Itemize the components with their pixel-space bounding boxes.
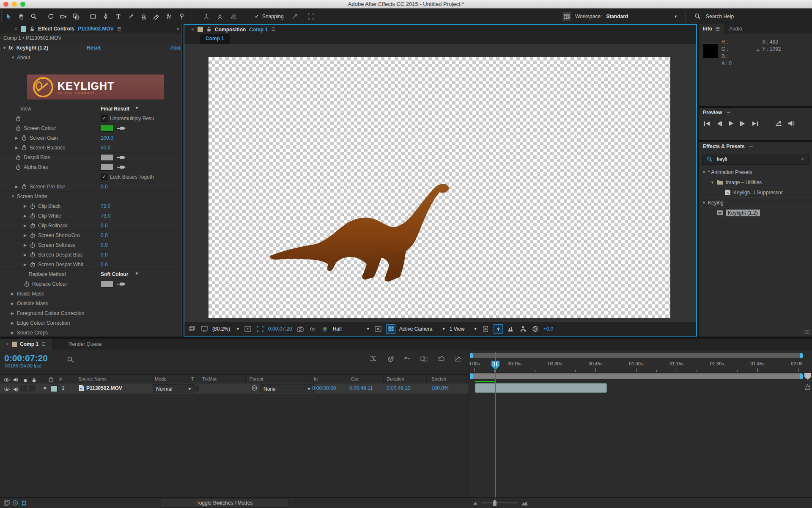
about-link[interactable]: Abou	[170, 45, 182, 51]
layer-out-value[interactable]: 0:00:49:11	[349, 385, 373, 391]
zoom-slider-handle[interactable]	[493, 500, 497, 506]
workspace-select[interactable]: Standard	[606, 14, 669, 19]
work-area-bar[interactable]	[470, 373, 803, 379]
clear-search-icon[interactable]: ×	[801, 156, 804, 162]
resize-grip-icon[interactable]	[804, 329, 810, 335]
layer-duration-bar[interactable]	[475, 383, 607, 393]
work-area-end-handle[interactable]	[800, 373, 803, 379]
shape-tool[interactable]	[87, 11, 99, 22]
show-channel-icon[interactable]	[321, 325, 329, 333]
play-button[interactable]	[728, 121, 734, 126]
next-frame-button[interactable]	[740, 121, 746, 126]
in-out-columns-icon[interactable]	[11, 499, 19, 507]
render-time-columns-icon[interactable]	[19, 499, 28, 507]
clone-stamp-tool[interactable]	[137, 11, 150, 22]
camera-tool[interactable]	[57, 11, 70, 22]
layer-stretch-value[interactable]: 100.0%	[431, 385, 449, 391]
type-tool[interactable]: T	[112, 11, 125, 22]
layer-duration-value[interactable]: 0:00:49:12	[387, 385, 411, 391]
panel-close-icon[interactable]: ×	[191, 27, 194, 33]
param-group-source-crops[interactable]: ▶Source Crops	[0, 328, 181, 337]
rotation-tool[interactable]	[44, 11, 57, 22]
share-view-icon[interactable]	[481, 325, 490, 333]
column-header--[interactable]: #	[59, 376, 62, 381]
parent-select[interactable]: None▼	[261, 384, 314, 393]
column-header-mode[interactable]: Mode	[155, 376, 167, 381]
panel-menu-icon[interactable]: ☰	[716, 26, 720, 32]
exposure-value[interactable]: +0.0	[543, 326, 554, 332]
composition-viewport[interactable]	[208, 57, 670, 318]
view-axis-mode-icon[interactable]	[229, 12, 238, 21]
param-row-clip-black[interactable]: ▶Clip Black72.0	[0, 202, 181, 211]
zoom-slider[interactable]	[481, 500, 518, 506]
adjust-exposure-icon[interactable]	[494, 324, 503, 334]
audio-mute-icon[interactable]	[788, 121, 795, 126]
timeline-tab-render-queue[interactable]: Render Queue	[52, 341, 119, 347]
parent-pickwhip-icon[interactable]	[251, 385, 258, 391]
panel-title[interactable]: Effect Controls	[38, 26, 74, 32]
column-header-trkmat[interactable]: TrkMat	[202, 376, 217, 381]
puppet-pin-tool[interactable]	[176, 11, 188, 22]
column-header-in[interactable]: In	[314, 376, 318, 381]
pixel-aspect-icon[interactable]	[519, 325, 527, 333]
param-row-unpremultiply-resu[interactable]: ✓Unpremultiply Resu	[0, 114, 181, 124]
loop-toggle-icon[interactable]	[775, 121, 782, 126]
hide-shy-layers-icon[interactable]	[403, 356, 411, 362]
panel-menu-icon[interactable]: ☰	[749, 144, 753, 149]
current-time-indicator-line[interactable]	[495, 352, 496, 498]
panel-menu-icon[interactable]: ☰	[726, 110, 730, 116]
comp-marker-bin-icon[interactable]	[804, 373, 811, 380]
tree-item-keying[interactable]: ▼Keying	[699, 198, 812, 208]
column-header-duration[interactable]: Duration	[387, 376, 404, 381]
snap-angle-icon[interactable]	[291, 12, 299, 21]
layer-eye-toggle[interactable]	[3, 385, 11, 393]
blend-mode-select[interactable]: Normal▼	[153, 384, 195, 393]
view-layout-select[interactable]: 1 View▼	[450, 326, 477, 332]
histogram-icon[interactable]	[507, 325, 515, 333]
pen-tool[interactable]	[99, 11, 112, 22]
param-row-despill-bias[interactable]: Despill Bias	[0, 153, 181, 163]
draft-3d-icon[interactable]	[387, 356, 394, 362]
column-header-t[interactable]: T	[191, 376, 194, 381]
composition-flowchart-icon[interactable]	[370, 356, 377, 362]
panel-overflow-icon[interactable]: »	[176, 26, 179, 32]
always-preview-icon[interactable]	[188, 325, 196, 333]
layer-source-name[interactable]: P1130502.MOV	[86, 385, 122, 391]
region-of-interest-icon[interactable]	[256, 325, 264, 333]
param-row-screen-shrink-gro[interactable]: ▶Screen Shrink/Gro0.0	[0, 231, 181, 240]
viewer-current-time[interactable]: 0:00:07:20	[268, 326, 292, 332]
effect-twirl-icon[interactable]: ▼	[3, 46, 8, 50]
primary-viewer-icon[interactable]	[200, 325, 208, 333]
tree-item-image-utilities[interactable]: ▼Image – Utilities	[699, 177, 812, 188]
search-help-field[interactable]: Search Help	[706, 14, 734, 19]
roto-brush-tool[interactable]	[163, 11, 176, 22]
safe-margins-icon[interactable]	[244, 325, 252, 333]
tree-item--animation-presets[interactable]: ▼* Animation Presets	[699, 167, 812, 177]
tab-audio[interactable]: Audio	[725, 24, 746, 34]
first-frame-button[interactable]	[704, 121, 710, 126]
reset-button[interactable]: Reset	[87, 45, 101, 51]
param-row-clip-white[interactable]: ▶Clip White73.0	[0, 211, 181, 221]
param-group-inside-mask[interactable]: ▶Inside Mask	[0, 289, 181, 299]
param-group-outside-mask[interactable]: ▶Outside Mask	[0, 299, 181, 309]
pan-behind-tool[interactable]	[70, 11, 82, 22]
column-header-parent[interactable]: Parent	[250, 376, 263, 381]
current-time-display[interactable]: 0:00:07:20	[4, 353, 48, 363]
param-row-screen-gain[interactable]: ▶Screen Gain100.0	[0, 133, 181, 143]
panel-title[interactable]: Preview	[703, 110, 722, 116]
param-row-screen-despot-whit[interactable]: ▶Screen Despot Whit0.0	[0, 260, 181, 270]
tree-item-keyligh-l-suppressor[interactable]: fxKeyligh...l Suppressor	[699, 188, 812, 198]
graph-editor-icon[interactable]	[454, 356, 462, 362]
target-region-icon[interactable]	[374, 325, 382, 333]
layer-search-icon[interactable]	[67, 356, 74, 363]
camera-view-select[interactable]: Active Camera▼	[399, 326, 446, 332]
zoom-in-mountain-icon[interactable]	[521, 500, 528, 506]
take-snapshot-icon[interactable]	[296, 325, 304, 333]
layer-marker-icon[interactable]	[804, 384, 811, 390]
toggle-switches-modes-button[interactable]: Toggle Switches / Modes	[161, 499, 288, 508]
time-ruler[interactable]: 0:00s00:15s00:30s00:45s01:00s01:15s01:30…	[469, 360, 803, 372]
workspace-icon[interactable]	[562, 12, 571, 21]
panel-close-icon[interactable]: ×	[14, 26, 17, 32]
eraser-tool[interactable]	[150, 11, 163, 22]
brush-tool[interactable]	[125, 11, 137, 22]
